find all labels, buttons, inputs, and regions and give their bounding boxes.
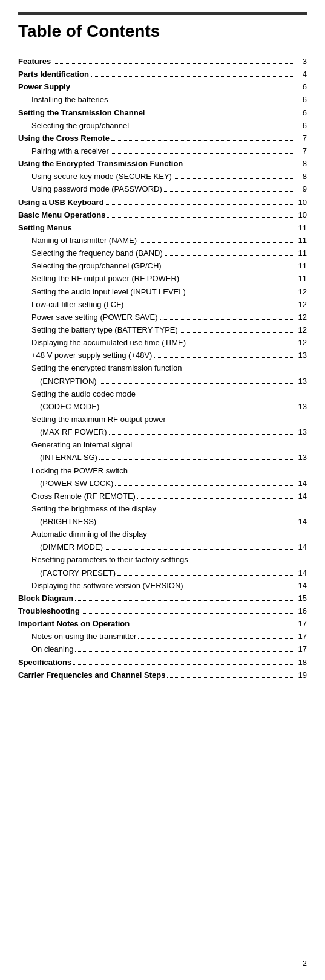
toc-entry-text: Setting the Transmission Channel <box>18 107 145 119</box>
toc-dots <box>98 524 294 524</box>
toc-dots <box>188 345 294 345</box>
toc-entry: Displaying the software version (VERSION… <box>18 580 307 592</box>
toc-entry: Naming of transmitter (NAME) 11 <box>18 235 307 247</box>
toc-dots <box>131 128 294 128</box>
toc-entry-text: Resetting parameters to their factory se… <box>18 554 188 566</box>
toc-entry-text: Setting the maximum RF output power <box>18 414 166 426</box>
toc-entry-text: Setting the audio input level (INPUT LEV… <box>18 286 186 298</box>
toc-dots <box>101 409 294 409</box>
toc-entry-text: Block Diagram <box>18 592 73 605</box>
toc-entry: Block Diagram 15 <box>18 592 307 605</box>
toc-entry: Setting the battery type (BATTERY TYPE) … <box>18 324 307 336</box>
toc-entry-text: +48 V power supply setting (+48V) <box>18 349 152 362</box>
toc-entry-text: Setting the brightness of the display <box>18 503 156 515</box>
toc-dots <box>146 115 294 115</box>
toc-entry: Selecting the group/channel (GP/CH) 11 <box>18 260 307 272</box>
toc-container: Features 3Parts Identification 4Power Su… <box>18 56 307 681</box>
toc-entry-text: Using secure key mode (SECURE KEY) <box>18 170 172 183</box>
toc-entry: Setting the RF output power (RF POWER) 1… <box>18 273 307 285</box>
toc-dots <box>125 307 294 307</box>
toc-page-number: 11 <box>296 235 307 247</box>
toc-entry: Power Supply 6 <box>18 81 307 93</box>
toc-dots <box>154 357 294 358</box>
toc-entry-text: Carrier Frequencies and Channel Steps <box>18 669 165 681</box>
toc-dots <box>91 76 294 77</box>
toc-dots <box>185 588 294 588</box>
toc-entry: Specifications 18 <box>18 657 307 669</box>
toc-page-number: 12 <box>296 311 307 323</box>
toc-entry: Power save setting (POWER SAVE) 12 <box>18 311 307 323</box>
toc-dots <box>111 153 294 154</box>
toc-dots <box>163 268 294 268</box>
toc-dots <box>72 89 294 89</box>
toc-entry: Features 3 <box>18 56 307 68</box>
toc-entry-text: Using the Cross Remote <box>18 132 110 144</box>
toc-entry: (POWER SW LOCK) 14 <box>18 478 307 490</box>
toc-entry: (FACTORY PRESET) 14 <box>18 567 307 579</box>
toc-page-number: 8 <box>296 158 307 170</box>
toc-page-number: 6 <box>296 120 307 132</box>
toc-entry-text: Troubleshooting <box>18 605 80 617</box>
toc-entry-text: Automatic dimming of the display <box>18 528 147 540</box>
toc-entry-text: Locking the POWER switch <box>18 465 128 477</box>
toc-dots <box>107 217 294 218</box>
toc-dots <box>106 204 294 205</box>
toc-dots <box>160 319 294 320</box>
toc-dots <box>75 651 294 652</box>
toc-dots <box>164 191 294 192</box>
toc-entry-text: Displaying the software version (VERSION… <box>18 580 183 592</box>
toc-entry: Notes on using the transmitter 17 <box>18 631 307 643</box>
toc-entry: Setting the Transmission Channel 6 <box>18 107 307 119</box>
toc-page-number: 10 <box>296 209 307 221</box>
toc-entry-text: Features <box>18 56 51 68</box>
toc-entry-text: Naming of transmitter (NAME) <box>18 235 137 247</box>
toc-entry-text: (ENCRYPTION) <box>18 375 97 388</box>
toc-entry-text: (POWER SW LOCK) <box>18 478 113 490</box>
toc-page-number: 17 <box>296 618 307 630</box>
toc-page-number: 6 <box>296 107 307 119</box>
toc-dots <box>117 575 294 576</box>
toc-page-number: 14 <box>296 490 307 502</box>
toc-entry: +48 V power supply setting (+48V) 13 <box>18 349 307 362</box>
toc-page-number: 14 <box>296 478 307 490</box>
toc-page-number: 4 <box>296 68 307 80</box>
toc-page-number: 13 <box>296 426 307 438</box>
toc-page-number: 7 <box>296 145 307 157</box>
toc-page-number: 11 <box>296 247 307 259</box>
toc-entry: (DIMMER MODE) 14 <box>18 541 307 553</box>
toc-dots <box>74 230 294 230</box>
toc-page-number: 10 <box>296 196 307 209</box>
toc-page-number: 12 <box>296 337 307 349</box>
toc-entry-text: Installing the batteries <box>18 94 108 106</box>
toc-page-number: 8 <box>296 170 307 183</box>
toc-dots <box>180 332 294 333</box>
toc-entry: Using the Cross Remote 7 <box>18 132 307 144</box>
toc-dots <box>137 498 294 499</box>
toc-page-number: 6 <box>296 94 307 106</box>
toc-page-number: 14 <box>296 580 307 592</box>
toc-entry: Resetting parameters to their factory se… <box>18 554 307 566</box>
toc-dots <box>165 255 294 256</box>
toc-entry: Setting the audio codec mode <box>18 388 307 400</box>
toc-entry: Generating an internal signal <box>18 439 307 451</box>
toc-entry: Selecting the group/channel 6 <box>18 120 307 132</box>
toc-entry-text: Pairing with a receiver <box>18 145 109 157</box>
toc-page-number: 14 <box>296 541 307 553</box>
toc-page-number: 3 <box>296 56 307 68</box>
toc-entry-text: Using password mode (PASSWORD) <box>18 183 162 195</box>
toc-entry: (BRIGHTNESS) 14 <box>18 516 307 528</box>
toc-entry-text: Setting Menus <box>18 222 72 234</box>
toc-entry-text: Selecting the frequency band (BAND) <box>18 247 163 259</box>
toc-dots <box>185 166 294 166</box>
toc-entry: Troubleshooting 16 <box>18 605 307 617</box>
toc-page-number: 12 <box>296 324 307 336</box>
toc-entry: Important Notes on Operation 17 <box>18 618 307 630</box>
toc-entry-text: (DIMMER MODE) <box>18 541 103 553</box>
toc-page-number: 11 <box>296 260 307 272</box>
toc-entry: (ENCRYPTION) 13 <box>18 375 307 388</box>
top-border <box>18 12 307 15</box>
toc-entry-text: Displaying the accumulated use time (TIM… <box>18 337 186 349</box>
toc-dots <box>139 242 294 243</box>
toc-entry: Setting Menus 11 <box>18 222 307 234</box>
toc-dots <box>75 600 294 601</box>
